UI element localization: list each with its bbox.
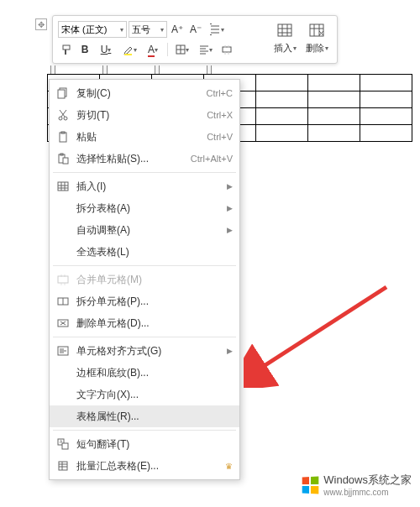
table-anchor-handle[interactable]: ✥ <box>35 18 47 30</box>
paste-icon <box>55 129 71 144</box>
table-delete-icon <box>309 24 324 40</box>
chevron-down-icon: ▾ <box>221 26 224 34</box>
svg-rect-3 <box>223 47 231 52</box>
menu-insert[interactable]: 插入(I) ▶ <box>50 175 239 197</box>
font-size-select[interactable]: 五号 ▾ <box>129 21 167 38</box>
annotation-arrow <box>244 279 395 388</box>
menu-table-properties[interactable]: 表格属性(R)... <box>50 405 239 427</box>
watermark-url: www.bjjmmc.com <box>323 488 412 497</box>
submenu-arrow-icon: ▶ <box>227 347 233 355</box>
insert-menu-button[interactable]: 插入▾ <box>270 19 300 58</box>
align-icon <box>55 343 71 358</box>
paste-special-icon <box>55 151 71 166</box>
svg-point-8 <box>59 117 62 120</box>
svg-rect-1 <box>124 54 132 55</box>
menu-paste[interactable]: 粘贴 Ctrl+V <box>50 126 239 148</box>
submenu-arrow-icon: ▶ <box>227 226 233 234</box>
menu-cell-align[interactable]: 单元格对齐方式(G) ▶ <box>50 340 239 362</box>
svg-line-24 <box>259 287 386 369</box>
menu-split-cells[interactable]: 拆分单元格(P)... <box>50 290 239 312</box>
floating-toolbar: 宋体 (正文) ▾ 五号 ▾ A⁺ A⁻ ▾ B U▾ ▾ A ▾ ▾ <box>52 15 338 64</box>
svg-rect-7 <box>58 90 65 98</box>
menu-copy[interactable]: 复制(C) Ctrl+C <box>50 82 239 104</box>
align-button[interactable]: ▾ <box>195 41 217 58</box>
windows-logo-icon <box>302 476 319 494</box>
font-name-select[interactable]: 宋体 (正文) ▾ <box>58 21 127 38</box>
menu-merge-cells: 合并单元格(M) <box>50 269 239 290</box>
batch-table-icon <box>55 458 71 473</box>
menu-auto-adjust[interactable]: 自动调整(A) ▶ <box>50 219 239 241</box>
font-size-value: 五号 <box>132 24 150 36</box>
menu-paste-special[interactable]: 选择性粘贴(S)... Ctrl+Alt+V <box>50 148 239 170</box>
font-color-button[interactable]: A ▾ <box>142 41 164 58</box>
menu-select-table[interactable]: 全选表格(L) <box>50 241 239 263</box>
format-painter-button[interactable] <box>58 41 75 58</box>
menu-text-direction[interactable]: 文字方向(X)... <box>50 384 239 405</box>
delete-cells-icon <box>55 316 71 331</box>
chevron-down-icon: ▾ <box>120 26 123 34</box>
menu-batch-summary[interactable]: 批量汇总表格(E)... ♛ <box>50 455 239 477</box>
svg-rect-16 <box>58 276 68 283</box>
crown-icon: ♛ <box>225 462 233 471</box>
svg-rect-5 <box>310 24 323 36</box>
line-spacing-button[interactable]: ▾ <box>206 21 228 38</box>
underline-button[interactable]: U▾ <box>95 41 117 58</box>
watermark-site: 系统之家 <box>368 473 412 486</box>
svg-rect-4 <box>278 24 291 36</box>
context-menu: 复制(C) Ctrl+C 剪切(T) Ctrl+X 粘贴 Ctrl+V 选择性粘… <box>49 79 240 480</box>
font-name-value: 宋体 (正文) <box>61 24 107 36</box>
watermark-brand: Windows <box>323 473 368 486</box>
shrink-font-button[interactable]: A⁻ <box>187 21 204 38</box>
svg-rect-0 <box>63 45 70 50</box>
table-insert-icon <box>277 24 292 40</box>
menu-cut[interactable]: 剪切(T) Ctrl+X <box>50 104 239 126</box>
cell-merge-button[interactable] <box>218 41 235 58</box>
split-cells-icon <box>55 294 71 309</box>
border-button[interactable]: ▾ <box>171 41 193 58</box>
svg-rect-10 <box>60 133 66 142</box>
copy-icon <box>55 86 71 101</box>
svg-rect-23 <box>59 462 67 470</box>
bold-button[interactable]: B <box>76 41 93 58</box>
watermark: Windows系统之家 www.bjjmmc.com <box>302 473 412 497</box>
delete-menu-button[interactable]: 删除▾ <box>302 19 332 58</box>
chevron-down-icon: ▾ <box>160 26 164 34</box>
menu-borders[interactable]: 边框和底纹(B)... <box>50 362 239 384</box>
translate-icon: A <box>55 436 71 452</box>
svg-rect-14 <box>63 158 68 164</box>
submenu-arrow-icon: ▶ <box>227 182 233 191</box>
menu-sentence-translate[interactable]: A 短句翻译(T) <box>50 433 239 455</box>
table-icon <box>55 179 71 194</box>
merge-cells-icon <box>55 272 71 287</box>
cut-icon <box>55 107 71 123</box>
svg-rect-15 <box>58 182 68 191</box>
submenu-arrow-icon: ▶ <box>227 204 233 212</box>
menu-delete-cells[interactable]: 删除单元格(D)... <box>50 312 239 334</box>
menu-split-table[interactable]: 拆分表格(A) ▶ <box>50 197 239 219</box>
grow-font-button[interactable]: A⁺ <box>169 21 186 38</box>
highlight-button[interactable]: ▾ <box>118 41 140 58</box>
svg-point-9 <box>64 117 67 120</box>
svg-rect-21 <box>62 443 68 449</box>
